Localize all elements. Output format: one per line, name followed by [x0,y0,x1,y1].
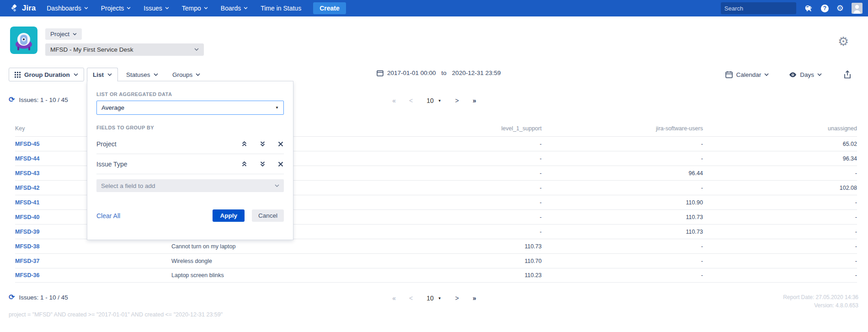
cell-unassigned: - [703,170,857,177]
page-size-select[interactable]: 10 ▼ [426,295,442,302]
field-row-issue-type: Issue Type [96,154,284,174]
report-meta: Report Date: 27.05.2020 14:36 Version: 4… [783,293,858,310]
cell-unassigned: - [703,258,857,264]
toolbar-right: Calendar Days [725,68,851,81]
issue-key-link[interactable]: MFSD-43 [15,170,39,177]
days-unit-button[interactable]: Days [789,71,822,78]
cell-level-1-support: - [377,141,542,147]
issue-key-link[interactable]: MFSD-39 [15,229,39,235]
last-page-button[interactable]: » [473,295,476,302]
user-avatar[interactable] [852,3,863,14]
remove-field-icon[interactable] [277,161,284,167]
nav-item-projects[interactable]: Projects [101,5,131,12]
column-header-jira-software-users: jira-software-users [542,125,703,132]
issue-summary: Laptop screen blinks [171,272,377,278]
aggregation-select[interactable]: Average ▼ [96,101,284,115]
cell-jira-software-users: - [542,141,703,147]
move-bottom-icon[interactable] [259,161,266,167]
jira-logo-icon [10,4,19,13]
move-top-icon[interactable] [241,161,247,167]
issue-key-link[interactable]: MFSD-38 [15,243,39,250]
search-input[interactable] [724,5,805,12]
date-from: 2017-01-01 00:00 [387,70,436,76]
jira-logo[interactable]: Jira [10,4,36,13]
cancel-button[interactable]: Cancel [252,209,284,222]
move-bottom-icon[interactable] [259,141,266,147]
statuses-button[interactable]: Statuses [126,68,158,81]
nav-item-time-in-status[interactable]: Time in Status [261,5,301,12]
cell-jira-software-users: 110.73 [542,214,703,220]
chevron-down-icon [275,184,279,187]
issue-key-link[interactable]: MFSD-44 [15,155,39,162]
chevron-down-icon [194,48,199,51]
apply-button[interactable]: Apply [213,209,245,222]
first-page-button[interactable]: « [392,97,395,104]
list-button[interactable]: List [87,68,118,81]
group-duration-button[interactable]: Group Duration [9,68,84,81]
settings-gear-icon[interactable]: ⚙︎ [838,36,849,48]
nav-item-boards[interactable]: Boards [221,5,248,12]
next-page-button[interactable]: > [455,295,459,302]
search-box[interactable] [721,2,796,14]
issue-key-link[interactable]: MFSD-37 [15,258,39,264]
issue-key-link[interactable]: MFSD-36 [15,272,39,278]
select-arrow-icon: ▼ [438,296,442,300]
gear-icon[interactable]: ⚙︎ [836,4,844,12]
cell-level-1-support: - [377,155,542,162]
date-to: 2020-12-31 23:59 [452,70,501,76]
export-icon [844,70,851,79]
export-button[interactable] [844,70,851,79]
issue-summary: Wireless dongle [171,258,377,264]
chevron-down-icon [165,7,169,10]
nav-menu: Dashboards Projects Issues Tempo Boards … [47,5,301,12]
megaphone-icon[interactable] [804,4,813,13]
last-page-button[interactable]: » [473,97,476,104]
issue-key-link[interactable]: MFSD-40 [15,214,39,220]
panel-footer: Clear All Apply Cancel [96,209,284,222]
issue-key-link[interactable]: MFSD-41 [15,199,39,206]
chevron-down-icon [196,73,200,76]
cell-jira-software-users: - [542,185,703,191]
next-page-button[interactable]: > [455,97,459,104]
project-select[interactable]: MFSD - My First Service Desk [45,43,204,56]
move-top-icon[interactable] [241,141,247,147]
nav-item-tempo[interactable]: Tempo [182,5,208,12]
issue-key-link[interactable]: MFSD-42 [15,185,39,191]
prev-page-button[interactable]: < [409,97,413,104]
groups-button[interactable]: Groups [172,68,200,81]
report-version: Version: 4.8.0.653 [783,301,858,310]
cell-unassigned: - [703,229,857,235]
cell-unassigned: - [703,199,857,206]
cell-unassigned: - [703,272,857,278]
calendar-mode-button[interactable]: Calendar [725,71,769,78]
fields-section-label: FIELDS TO GROUP BY [96,125,284,130]
field-row-project: Project [96,134,284,154]
remove-field-icon[interactable] [277,141,284,147]
page-size-select[interactable]: 10 ▼ [426,97,442,104]
nav-item-dashboards[interactable]: Dashboards [47,5,88,12]
select-arrow-icon: ▼ [275,106,279,110]
clear-all-link[interactable]: Clear All [96,212,120,220]
first-page-button[interactable]: « [392,295,395,302]
cell-unassigned: 102.08 [703,185,857,191]
eye-icon [789,72,797,78]
chevron-down-icon [73,33,77,36]
select-arrow-icon: ▼ [438,99,442,103]
column-header-level-1-support: level_1_support [377,125,542,132]
date-joiner: to [442,70,447,76]
cell-level-1-support: - [377,185,542,191]
add-field-select[interactable]: Select a field to add [96,179,284,192]
issue-key-link[interactable]: MFSD-45 [15,141,39,147]
create-button[interactable]: Create [313,2,346,14]
prev-page-button[interactable]: < [409,295,413,302]
project-scope-button[interactable]: Project [45,28,82,40]
chevron-down-icon [244,7,248,10]
cell-level-1-support: 110.70 [377,258,542,264]
nav-item-issues[interactable]: Issues [144,5,169,12]
help-icon[interactable]: ? [821,5,829,12]
cell-level-1-support: - [377,170,542,177]
date-range[interactable]: 2017-01-01 00:00 to 2020-12-31 23:59 [377,70,501,76]
divider [96,174,284,174]
cell-unassigned: 65.02 [703,141,857,147]
cell-jira-software-users: - [542,155,703,162]
